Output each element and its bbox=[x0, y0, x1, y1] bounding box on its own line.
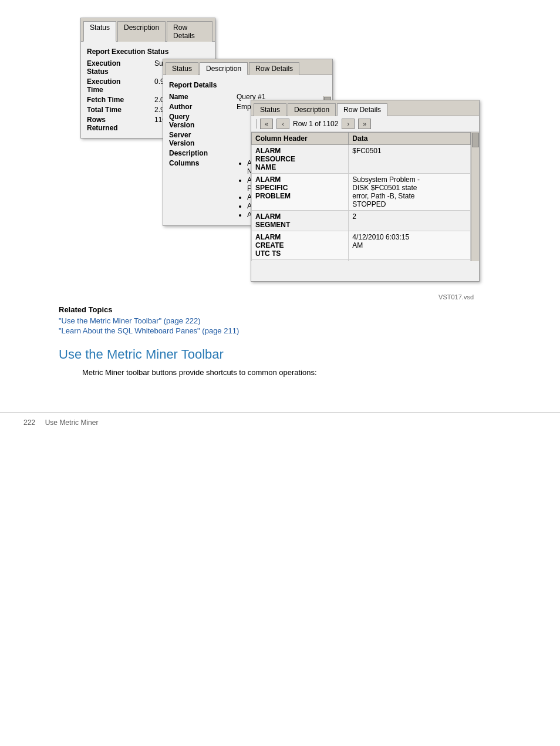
nav-separator-1 bbox=[256, 119, 257, 129]
page-container: Status Description Row Details Report Ex… bbox=[0, 0, 560, 394]
server-version-label: ServerVersion bbox=[169, 131, 234, 147]
table-row: ALARMSPECIFICPROBLEM Subsystem Problem -… bbox=[252, 174, 471, 211]
nav-start-button[interactable]: « bbox=[260, 119, 273, 129]
tab-description-1[interactable]: Description bbox=[117, 21, 166, 42]
row-data-0: $FC0501 bbox=[349, 145, 471, 174]
row-data-2: 2 bbox=[349, 211, 471, 231]
tab-description-2[interactable]: Description bbox=[200, 62, 248, 75]
query-version-label: QueryVersion bbox=[169, 113, 234, 129]
table-row: ALARMSEGMENT 2 bbox=[252, 211, 471, 231]
screenshot-area: Status Description Row Details Report Ex… bbox=[23, 12, 537, 293]
nav-prev-button[interactable]: ‹ bbox=[276, 119, 289, 129]
status-section-title: Report Execution Status bbox=[87, 48, 209, 56]
columns-label: Columns bbox=[169, 159, 234, 220]
table-row: ALARMCREATEUTC TS 4/12/2010 6:03:15AM bbox=[252, 231, 471, 260]
nav-end-button[interactable]: » bbox=[358, 119, 371, 129]
row-header-3: ALARMCREATEUTC TS bbox=[252, 231, 349, 260]
table-row: ALARMRESOURCENAME $FC0501 bbox=[252, 145, 471, 174]
rd-table: Column Header Data ALARMRESOURCENAME $FC… bbox=[251, 132, 471, 261]
tab-status-3[interactable]: Status bbox=[254, 103, 286, 116]
tab-rowdetails-2[interactable]: Row Details bbox=[249, 62, 299, 75]
exec-status-label: ExecutionStatus bbox=[87, 59, 151, 76]
col-header-0: Column Header bbox=[252, 133, 349, 145]
description-label: Description bbox=[169, 149, 234, 157]
tab-rowdetails-1[interactable]: Row Details bbox=[167, 21, 212, 42]
tab-rowdetails-3[interactable]: Row Details bbox=[337, 103, 387, 116]
scrollbar-thumb-3 bbox=[472, 133, 479, 147]
page-footer: 222 Use Metric Miner bbox=[0, 412, 560, 433]
rowdetails-window: Status Description Row Details « ‹ Row 1… bbox=[251, 100, 480, 282]
tab-status-2[interactable]: Status bbox=[166, 62, 198, 75]
author-label: Author bbox=[169, 103, 234, 111]
row-header-4: ALARMCREATELCT TS bbox=[252, 260, 349, 262]
related-topics: Related Topics "Use the Metric Miner Too… bbox=[59, 305, 501, 335]
desc-section-title: Report Details bbox=[169, 81, 322, 89]
nav-current: Row 1 of 1102 bbox=[293, 120, 338, 128]
related-topics-title: Related Topics bbox=[59, 305, 501, 314]
tab-status-1[interactable]: Status bbox=[83, 21, 116, 42]
page-label: Use Metric Miner bbox=[45, 418, 99, 427]
rowdetails-tabs: Status Description Row Details bbox=[251, 100, 479, 116]
related-link-0[interactable]: "Use the Metric Miner Toolbar" (page 222… bbox=[59, 316, 501, 325]
row-header-1: ALARMSPECIFICPROBLEM bbox=[252, 174, 349, 211]
section-heading: Use the Metric Miner Toolbar bbox=[59, 347, 537, 362]
vst-label: VST017.vsd bbox=[438, 293, 480, 301]
dialog-stack: Status Description Row Details Report Ex… bbox=[80, 18, 480, 288]
row-data-3: 4/12/2010 6:03:15AM bbox=[349, 231, 471, 260]
col-header-1: Data bbox=[349, 133, 471, 145]
nav-row: « ‹ Row 1 of 1102 › » bbox=[251, 116, 479, 132]
scrollbar-3[interactable] bbox=[471, 132, 479, 261]
row-header-0: ALARMRESOURCENAME bbox=[252, 145, 349, 174]
row-data-4: 4/11/2010 11:03:15PM bbox=[349, 260, 471, 262]
description-tabs: Status Description Row Details bbox=[163, 59, 332, 75]
row-data-1: Subsystem Problem -DISK $FC0501 stateerr… bbox=[349, 174, 471, 211]
fetch-time-label: Fetch Time bbox=[87, 96, 151, 104]
total-time-label: Total Time bbox=[87, 106, 151, 114]
name-label: Name bbox=[169, 93, 234, 101]
exec-time-label: ExecutionTime bbox=[87, 77, 151, 94]
body-text: Metric Miner toolbar buttons provide sho… bbox=[82, 368, 537, 377]
rd-table-container: Column Header Data ALARMRESOURCENAME $FC… bbox=[251, 132, 479, 261]
status-tabs: Status Description Row Details bbox=[81, 18, 215, 42]
row-header-2: ALARMSEGMENT bbox=[252, 211, 349, 231]
rows-returned-label: RowsReturned bbox=[87, 116, 151, 132]
nav-next-button[interactable]: › bbox=[342, 119, 355, 129]
related-link-1[interactable]: "Learn About the SQL Whiteboard Panes" (… bbox=[59, 326, 501, 335]
tab-description-3[interactable]: Description bbox=[288, 103, 336, 116]
table-row: ALARMCREATELCT TS 4/11/2010 11:03:15PM bbox=[252, 260, 471, 262]
page-number: 222 bbox=[23, 418, 35, 427]
